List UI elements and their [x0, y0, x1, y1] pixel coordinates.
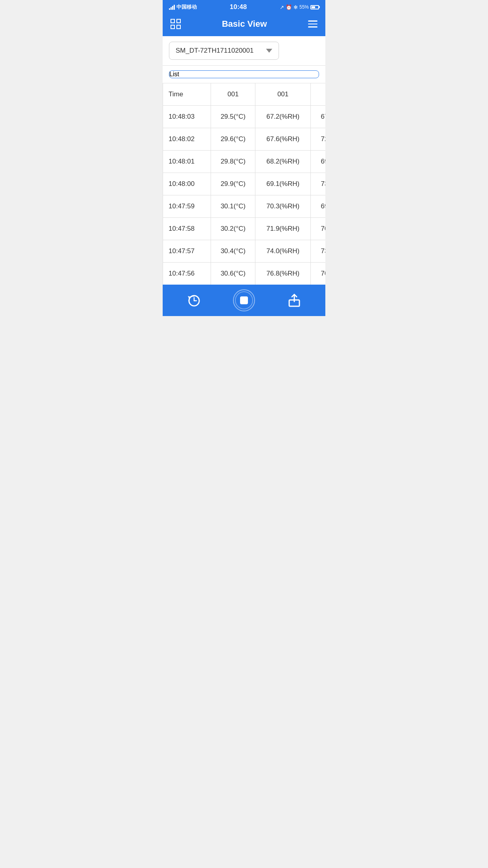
tabs-section: List — [163, 66, 325, 83]
time-cell: 10:47:58 — [163, 218, 211, 240]
grid-icon[interactable] — [171, 19, 181, 29]
value-cell: 70.3(dBA — [310, 263, 325, 285]
page-title: Basic View — [222, 19, 267, 29]
time-cell: 10:48:00 — [163, 173, 211, 195]
value-cell: 30.2(°C) — [211, 218, 255, 240]
value-cell: 67.2(%RH) — [255, 106, 311, 128]
signal-icon — [169, 5, 175, 10]
time-cell: 10:48:01 — [163, 151, 211, 173]
value-cell: 67.9(dBA — [310, 106, 325, 128]
col-header-time: Time — [163, 83, 211, 106]
location-icon: ↗ — [280, 4, 284, 10]
value-cell: 30.1(°C) — [211, 195, 255, 218]
time-cell: 10:47:57 — [163, 240, 211, 263]
carrier-label: 中国移动 — [176, 4, 197, 11]
alarm-icon: ⏰ — [286, 4, 292, 10]
col-header-001b: 001 — [255, 83, 311, 106]
table-row: 10:48:0229.6(°C)67.6(%RH)72.8(dBA — [163, 128, 326, 151]
data-table-wrapper: Time 001 001 009 10:48:0329.5(°C)67.2(%R… — [163, 83, 325, 285]
table-row: 10:47:5630.6(°C)76.8(%RH)70.3(dBA — [163, 263, 326, 285]
status-time: 10:48 — [230, 3, 247, 11]
value-cell: 69.6(dBA — [310, 195, 325, 218]
record-button[interactable] — [233, 289, 255, 311]
value-cell: 29.5(°C) — [211, 106, 255, 128]
table-header-row: Time 001 001 009 — [163, 83, 326, 106]
value-cell: 68.2(%RH) — [255, 151, 311, 173]
value-cell: 30.4(°C) — [211, 240, 255, 263]
dropdown-arrow-icon — [266, 49, 272, 53]
header: Basic View — [163, 14, 325, 36]
value-cell: 76.8(%RH) — [255, 263, 311, 285]
battery-label: 55% — [299, 4, 309, 10]
col-header-009: 009 — [310, 83, 325, 106]
table-row: 10:47:5830.2(°C)71.9(%RH)70.0(dBA — [163, 218, 326, 240]
battery-icon — [310, 5, 319, 9]
bottom-nav — [163, 285, 325, 316]
value-cell: 71.9(%RH) — [255, 218, 311, 240]
share-icon — [287, 293, 302, 308]
data-table: Time 001 001 009 10:48:0329.5(°C)67.2(%R… — [163, 83, 325, 285]
value-cell: 70.0(dBA — [310, 218, 325, 240]
value-cell: 69.1(%RH) — [255, 173, 311, 195]
table-row: 10:47:5930.1(°C)70.3(%RH)69.6(dBA — [163, 195, 326, 218]
value-cell: 73.9(dBA — [310, 240, 325, 263]
share-button[interactable] — [287, 293, 302, 308]
selected-device: SM_DT-72TH1711020001 — [176, 47, 253, 55]
device-selector[interactable]: SM_DT-72TH1711020001 — [169, 42, 279, 60]
time-cell: 10:48:03 — [163, 106, 211, 128]
table-row: 10:47:5730.4(°C)74.0(%RH)73.9(dBA — [163, 240, 326, 263]
history-button[interactable] — [186, 293, 201, 308]
status-right: ↗ ⏰ ✻ 55% — [280, 4, 319, 10]
tab-bar: List — [169, 70, 319, 78]
value-cell: 67.6(%RH) — [255, 128, 311, 151]
value-cell: 70.3(%RH) — [255, 195, 311, 218]
time-cell: 10:47:56 — [163, 263, 211, 285]
value-cell: 72.8(dBA — [310, 128, 325, 151]
value-cell: 73.4(dBA — [310, 173, 325, 195]
col-header-001a: 001 — [211, 83, 255, 106]
table-row: 10:48:0329.5(°C)67.2(%RH)67.9(dBA — [163, 106, 326, 128]
value-cell: 74.0(%RH) — [255, 240, 311, 263]
value-cell: 29.8(°C) — [211, 151, 255, 173]
value-cell: 69.0(dBA — [310, 151, 325, 173]
table-row: 10:48:0029.9(°C)69.1(%RH)73.4(dBA — [163, 173, 326, 195]
menu-button[interactable] — [308, 20, 317, 28]
status-left: 中国移动 — [169, 4, 197, 11]
dropdown-section: SM_DT-72TH1711020001 — [163, 36, 325, 66]
history-icon — [186, 293, 201, 308]
bluetooth-icon: ✻ — [294, 4, 298, 10]
table-row: 10:48:0129.8(°C)68.2(%RH)69.0(dBA — [163, 151, 326, 173]
value-cell: 30.6(°C) — [211, 263, 255, 285]
value-cell: 29.9(°C) — [211, 173, 255, 195]
time-cell: 10:48:02 — [163, 128, 211, 151]
value-cell: 29.6(°C) — [211, 128, 255, 151]
time-cell: 10:47:59 — [163, 195, 211, 218]
status-bar: 中国移动 10:48 ↗ ⏰ ✻ 55% — [163, 0, 325, 14]
